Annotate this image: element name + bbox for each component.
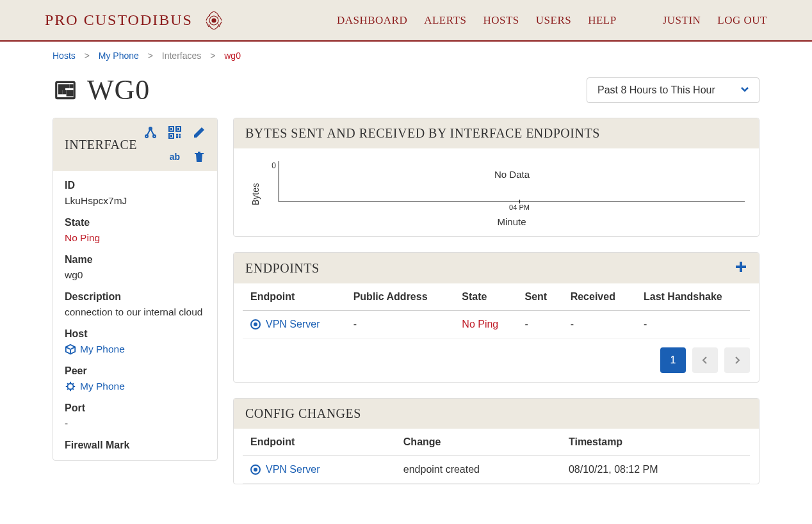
brand-emblem-icon [200, 7, 227, 34]
label-host: Host [65, 328, 206, 340]
chart-ytick: 0 [263, 161, 279, 202]
crumb-sep: > [85, 51, 90, 61]
col-received: Received [563, 283, 636, 311]
time-range-select[interactable]: Past 8 Hours to This Hour [587, 77, 759, 103]
endpoint-link-text: VPN Server [266, 319, 320, 330]
host-link-text: My Phone [80, 344, 125, 355]
chevron-down-icon [740, 84, 750, 97]
svg-rect-13 [170, 128, 172, 130]
cell-sent: - [517, 311, 563, 338]
page-next-button[interactable] [724, 347, 750, 373]
endpoint-link-text: VPN Server [266, 464, 320, 475]
brand-text: PRO CUSTODIBUS [45, 12, 193, 29]
svg-rect-15 [177, 128, 179, 130]
brand[interactable]: PRO CUSTODIBUS [45, 7, 227, 34]
endpoints-table: Endpoint Public Address State Sent Recei… [243, 283, 750, 338]
col-sent: Sent [517, 283, 563, 311]
config-table: Endpoint Change Timestamp VPN Server [243, 429, 750, 484]
value-state: No Ping [65, 232, 206, 244]
add-endpoint-button[interactable] [735, 260, 747, 276]
value-name: wg0 [65, 269, 206, 281]
svg-rect-6 [60, 91, 61, 93]
nav-help[interactable]: HELP [588, 14, 617, 27]
label-name: Name [65, 254, 206, 266]
crumb-sep: > [148, 51, 153, 61]
col-public-address: Public Address [346, 283, 455, 311]
pager: 1 [234, 338, 759, 382]
col-endpoint: Endpoint [243, 283, 346, 311]
page-1-button[interactable]: 1 [660, 347, 686, 373]
svg-rect-7 [63, 91, 65, 93]
value-host[interactable]: My Phone [65, 344, 206, 355]
svg-point-1 [212, 19, 216, 22]
qr-code-icon[interactable] [168, 126, 181, 139]
col-last-handshake: Last Handshake [636, 283, 750, 311]
config-changes-panel: CONFIG CHANGES Endpoint Change Timestamp [233, 398, 759, 484]
share-icon[interactable] [144, 126, 157, 139]
svg-point-26 [254, 468, 257, 472]
nav-username[interactable]: JUSTIN [663, 14, 701, 27]
svg-rect-5 [70, 85, 72, 87]
value-port: - [65, 418, 206, 429]
interface-icon [53, 77, 78, 103]
svg-rect-20 [176, 136, 178, 138]
label-port: Port [65, 402, 206, 414]
delete-icon[interactable] [193, 150, 206, 163]
chart-no-data: No Data [494, 169, 530, 180]
chart-panel: BYTES SENT AND RECEIVED BY INTERFACE END… [233, 118, 759, 237]
interface-panel: INTERFACE ab [53, 118, 218, 461]
crumb-interfaces: Interfaces [162, 51, 201, 61]
nav-users[interactable]: USERS [536, 14, 571, 27]
value-id: LkuHspcx7mJ [65, 195, 206, 207]
endpoint-link[interactable]: VPN Server [250, 464, 388, 475]
top-nav: PRO CUSTODIBUS DASHBOARD ALERTS HOSTS US… [0, 0, 812, 42]
nav-alerts[interactable]: ALERTS [424, 14, 466, 27]
crumb-current: wg0 [224, 51, 241, 61]
chart-panel-title: BYTES SENT AND RECEIVED BY INTERFACE END… [245, 126, 600, 141]
svg-rect-4 [67, 85, 69, 87]
svg-rect-21 [179, 136, 181, 138]
breadcrumb: Hosts > My Phone > Interfaces > wg0 [0, 42, 812, 67]
endpoint-icon [250, 319, 261, 329]
gear-icon [65, 381, 76, 392]
value-peer[interactable]: My Phone [65, 381, 206, 392]
cell-last-handshake: - [636, 311, 750, 338]
chart-ylabel: Bytes [248, 161, 263, 227]
nav-dashboard[interactable]: DASHBOARD [337, 14, 407, 27]
edit-icon[interactable] [193, 126, 206, 139]
rename-icon[interactable]: ab [168, 150, 181, 163]
svg-rect-19 [179, 134, 181, 136]
crumb-hosts[interactable]: Hosts [53, 51, 76, 61]
interface-panel-title: INTERFACE [65, 138, 137, 152]
peer-link-text: My Phone [80, 381, 125, 392]
col-cfg-change: Change [396, 429, 561, 456]
cell-state: No Ping [454, 311, 517, 338]
page-prev-button[interactable] [692, 347, 718, 373]
col-cfg-endpoint: Endpoint [243, 429, 396, 456]
crumb-myphone[interactable]: My Phone [99, 51, 139, 61]
nav-logout[interactable]: LOG OUT [717, 14, 767, 27]
endpoint-link[interactable]: VPN Server [250, 319, 338, 330]
chart-xtick: 04 PM [509, 203, 530, 211]
config-panel-title: CONFIG CHANGES [245, 406, 361, 421]
endpoints-panel-title: ENDPOINTS [245, 261, 320, 276]
label-state: State [65, 217, 206, 228]
label-id: ID [65, 180, 206, 191]
cell-public-address: - [346, 311, 455, 338]
svg-rect-3 [60, 85, 65, 89]
title-row: WG0 Past 8 Hours to This Hour [0, 67, 812, 118]
svg-rect-18 [176, 134, 178, 136]
col-cfg-timestamp: Timestamp [561, 429, 750, 456]
chart-plot-area: No Data [279, 161, 745, 202]
svg-rect-17 [170, 135, 172, 137]
cell-cfg-timestamp: 08/10/21, 08:12 PM [561, 456, 750, 484]
cell-received: - [563, 311, 636, 338]
table-row: VPN Server endpoint created 08/10/21, 08… [243, 456, 750, 484]
label-description: Description [65, 291, 206, 303]
svg-point-24 [254, 322, 257, 326]
endpoints-panel: ENDPOINTS Endpoint Public Address State … [233, 252, 759, 383]
cell-cfg-change: endpoint created [396, 456, 561, 484]
nav-hosts[interactable]: HOSTS [483, 14, 519, 27]
nav-links: DASHBOARD ALERTS HOSTS USERS HELP JUSTIN… [337, 14, 767, 27]
chart-xlabel: Minute [263, 216, 745, 227]
